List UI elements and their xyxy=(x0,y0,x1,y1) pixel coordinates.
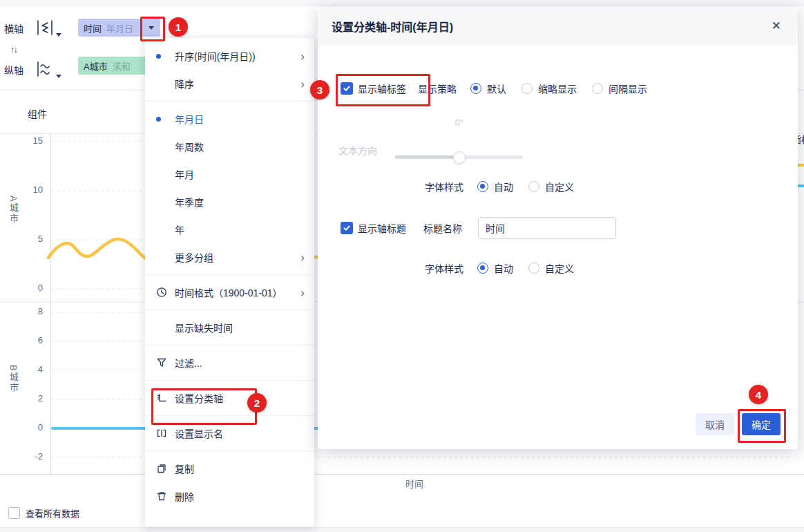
title-font-custom-label: 自定义 xyxy=(545,261,574,275)
y-axis-title-a: A城市 xyxy=(7,196,20,224)
field-context-menu: 升序(时间(年月日)) › 降序 › 年月日 年周数 年月 年季度 年 更多分组… xyxy=(145,38,314,527)
rotation-slider-thumb[interactable] xyxy=(453,151,466,164)
strategy-abbreviate-radio[interactable] xyxy=(521,83,533,94)
text-direction-label: 文本方向 xyxy=(338,143,377,157)
show-axis-label-text: 显示轴标签 xyxy=(358,82,406,95)
axis-label-row: 显示轴标签 显示策略 默认 缩略显示 间隔显示 xyxy=(341,78,647,99)
clock-icon xyxy=(156,287,167,298)
vertical-axis-type-icon[interactable] xyxy=(35,60,61,78)
axis-title-input[interactable] xyxy=(478,217,616,239)
menu-item-filter[interactable]: 过滤... xyxy=(145,349,314,377)
ytick: 0 xyxy=(18,283,43,293)
horizontal-axis-type-icon[interactable] xyxy=(35,19,61,37)
chevron-right-icon: › xyxy=(300,50,305,62)
ytick: 8 xyxy=(18,306,43,316)
font-auto-radio[interactable] xyxy=(477,181,488,192)
title-font-auto-radio[interactable] xyxy=(477,263,488,274)
strategy-default-label: 默认 xyxy=(487,82,506,95)
menu-item-show-missing-time[interactable]: 显示缺失时间 xyxy=(145,314,314,341)
ytick: 10 xyxy=(18,184,43,195)
menu-item-year[interactable]: 年 xyxy=(145,216,314,243)
dialog-title: 设置分类轴-时间(年月日) xyxy=(332,18,453,35)
chevron-down-icon xyxy=(56,33,61,37)
trash-icon xyxy=(156,491,167,502)
swap-axes-icon[interactable]: ↑↓ xyxy=(10,44,17,55)
dialog-header: 设置分类轴-时间(年月日) ✕ xyxy=(318,7,798,45)
show-axis-label-checkbox[interactable] xyxy=(341,82,353,95)
axis-y-icon xyxy=(35,60,54,78)
rotation-value: 0° xyxy=(432,117,487,128)
ytick: 6 xyxy=(18,335,43,345)
display-strategy-label: 显示策略 xyxy=(418,82,457,95)
title-font-auto-label: 自动 xyxy=(494,261,513,275)
chevron-right-icon: › xyxy=(300,287,305,298)
category-axis-icon xyxy=(156,392,167,403)
annotation-badge-3: 3 xyxy=(310,80,329,99)
menu-item-sort-ascending[interactable]: 升序(时间(年月日)) › xyxy=(145,42,314,70)
strategy-interval-radio[interactable] xyxy=(592,83,603,94)
show-axis-title-checkbox[interactable] xyxy=(341,222,353,234)
menu-item-year-month[interactable]: 年月 xyxy=(145,160,314,188)
chevron-down-icon xyxy=(56,75,61,78)
strategy-interval-label: 间隔显示 xyxy=(609,82,647,95)
view-all-data-checkbox[interactable] xyxy=(8,507,20,519)
menu-divider xyxy=(145,345,314,345)
strategy-default-radio[interactable] xyxy=(470,83,481,94)
annotation-badge-1: 1 xyxy=(169,17,188,37)
font-custom-label: 自定义 xyxy=(545,180,574,193)
copy-icon xyxy=(156,463,167,474)
cancel-button[interactable]: 取消 xyxy=(696,413,734,435)
horizontal-axis-label: 横轴 xyxy=(4,21,23,35)
set-category-axis-dialog: 设置分类轴-时间(年月日) ✕ 显示轴标签 显示策略 默认 缩略显示 间隔显示 … xyxy=(318,7,798,449)
menu-divider xyxy=(145,310,314,310)
menu-item-year-quarter[interactable]: 年季度 xyxy=(145,188,314,216)
ytick: -2 xyxy=(18,451,43,462)
menu-item-year-week[interactable]: 年周数 xyxy=(145,133,314,160)
ytick: 4 xyxy=(18,364,43,374)
title-name-label: 标题名称 xyxy=(423,221,462,235)
rename-icon xyxy=(156,428,167,439)
ok-button[interactable]: 确定 xyxy=(742,413,781,435)
menu-item-time-format[interactable]: 时间格式（1900-01-01） › xyxy=(145,278,314,306)
chevron-right-icon: › xyxy=(300,251,305,263)
ytick: 2 xyxy=(18,393,43,403)
font-style-label: 字体样式 xyxy=(425,261,463,275)
top-strip xyxy=(0,0,804,6)
bottom-strip xyxy=(0,527,804,532)
annotation-badge-4: 4 xyxy=(749,385,768,404)
menu-item-more-groups[interactable]: 更多分组 › xyxy=(145,243,314,271)
rotation-slider-fill xyxy=(395,155,459,159)
menu-divider xyxy=(145,380,314,381)
selected-dot xyxy=(156,117,161,122)
menu-item-set-display-name[interactable]: 设置显示名 xyxy=(145,419,314,447)
axis-title-row: 显示轴标题 标题名称 xyxy=(341,217,462,239)
menu-item-year-month-day[interactable]: 年月日 xyxy=(145,105,314,133)
ytick: 15 xyxy=(18,135,43,146)
menu-item-copy[interactable]: 复制 xyxy=(145,455,314,482)
menu-item-sort-descending[interactable]: 降序 › xyxy=(145,70,314,97)
menu-divider xyxy=(145,101,314,102)
font-style-row-1: 字体样式 自动 自定义 xyxy=(425,176,574,197)
view-all-data-label: 查看所有数据 xyxy=(26,506,79,520)
close-icon[interactable]: ✕ xyxy=(772,19,781,33)
dimension-pill-dropdown-arrow[interactable] xyxy=(142,19,160,37)
font-custom-radio[interactable] xyxy=(528,181,539,192)
vertical-axis-label: 纵轴 xyxy=(4,63,23,77)
selected-dot xyxy=(156,54,161,59)
ytick: 5 xyxy=(18,234,43,244)
menu-item-set-category-axis[interactable]: 设置分类轴 xyxy=(145,384,314,412)
chevron-right-icon: › xyxy=(300,78,305,90)
font-auto-label: 自动 xyxy=(494,180,513,193)
menu-divider xyxy=(145,415,314,416)
font-style-row-2: 字体样式 自动 自定义 xyxy=(425,258,574,278)
y-axis-title-b: B城市 xyxy=(7,365,20,393)
chevron-down-icon xyxy=(149,26,154,30)
menu-divider xyxy=(145,450,314,451)
menu-item-delete[interactable]: 删除 xyxy=(145,482,314,510)
strategy-abbreviate-label: 缩略显示 xyxy=(538,82,577,95)
menu-divider xyxy=(145,274,314,275)
tab-component[interactable]: 组件 xyxy=(28,106,47,120)
title-font-custom-radio[interactable] xyxy=(528,263,539,274)
show-axis-title-text: 显示轴标题 xyxy=(358,221,406,235)
view-all-data-row: 查看所有数据 xyxy=(8,506,79,520)
